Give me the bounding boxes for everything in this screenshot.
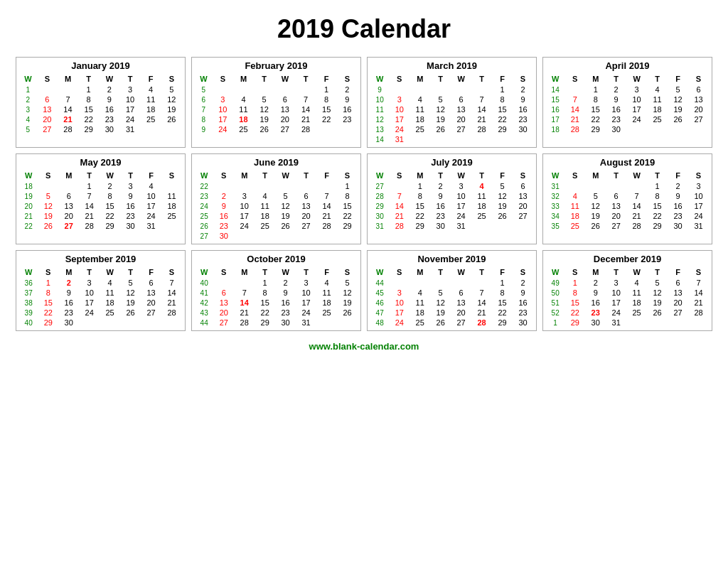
day-cell: 9 bbox=[585, 288, 606, 298]
day-cell: 11 bbox=[410, 104, 430, 114]
day-header: S bbox=[161, 170, 182, 181]
day-cell: 28 bbox=[471, 318, 492, 328]
day-cell: 15 bbox=[100, 201, 120, 211]
day-cell: 20 bbox=[58, 211, 79, 221]
day-cell: 9 bbox=[99, 94, 119, 104]
day-cell: 18 bbox=[647, 104, 668, 114]
week-number: 21 bbox=[19, 211, 38, 221]
day-cell: 15 bbox=[316, 104, 337, 114]
day-cell: 19 bbox=[668, 104, 688, 114]
day-cell: 5 bbox=[647, 278, 668, 288]
day-cell: 15 bbox=[585, 104, 606, 114]
week-number: 22 bbox=[19, 221, 38, 231]
day-cell: 28 bbox=[626, 221, 647, 231]
day-cell: 28 bbox=[295, 124, 316, 134]
week-number: 52 bbox=[546, 308, 564, 318]
day-cell: 18 bbox=[564, 211, 585, 221]
day-cell: 10 bbox=[389, 104, 410, 114]
day-cell: 29 bbox=[585, 124, 606, 134]
day-header: S bbox=[688, 73, 709, 85]
day-cell: 26 bbox=[668, 114, 688, 124]
day-cell: 17 bbox=[688, 201, 709, 211]
day-cell: 29 bbox=[492, 124, 513, 134]
month-block: May 2019WSMTWTFS181234195678910112012131… bbox=[16, 153, 186, 244]
day-cell: 7 bbox=[471, 94, 492, 104]
day-cell: 9 bbox=[606, 94, 626, 104]
day-header: M bbox=[585, 266, 606, 278]
day-cell: 5 bbox=[668, 85, 688, 94]
day-cell: 8 bbox=[337, 191, 358, 201]
day-header: F bbox=[316, 266, 337, 278]
day-header: M bbox=[58, 170, 79, 181]
day-cell bbox=[389, 181, 410, 191]
month-block: March 2019WSMTWTFS9121034567891110111213… bbox=[367, 57, 537, 148]
day-cell: 15 bbox=[337, 201, 358, 211]
day-cell bbox=[626, 318, 647, 328]
day-cell bbox=[213, 181, 234, 191]
day-cell: 20 bbox=[513, 201, 533, 211]
day-cell: 5 bbox=[254, 94, 274, 104]
day-cell: 5 bbox=[492, 181, 513, 191]
day-cell: 31 bbox=[389, 134, 410, 144]
day-cell: 21 bbox=[471, 308, 492, 318]
week-number: 12 bbox=[370, 114, 389, 124]
day-cell: 15 bbox=[647, 201, 668, 211]
day-cell: 16 bbox=[430, 201, 451, 211]
day-cell: 18 bbox=[255, 211, 275, 221]
day-cell: 10 bbox=[234, 201, 255, 211]
day-cell: 4 bbox=[410, 94, 430, 104]
day-cell: 23 bbox=[668, 211, 688, 221]
day-cell: 23 bbox=[120, 211, 141, 221]
week-number: 14 bbox=[546, 85, 564, 94]
day-cell: 3 bbox=[688, 181, 709, 191]
day-cell: 4 bbox=[410, 288, 430, 298]
day-header: S bbox=[564, 266, 585, 278]
day-header: W bbox=[546, 73, 564, 85]
day-cell bbox=[234, 231, 255, 241]
week-number: 50 bbox=[546, 288, 564, 298]
day-cell: 3 bbox=[119, 85, 140, 94]
day-cell: 10 bbox=[451, 191, 471, 201]
week-number: 43 bbox=[195, 308, 213, 318]
week-number: 29 bbox=[370, 201, 389, 211]
day-cell: 26 bbox=[585, 221, 606, 231]
day-header: T bbox=[471, 170, 492, 181]
day-cell: 2 bbox=[275, 278, 296, 288]
day-cell: 4 bbox=[141, 85, 161, 94]
day-cell: 1 bbox=[410, 181, 430, 191]
day-cell: 18 bbox=[316, 298, 337, 308]
day-cell: 20 bbox=[688, 104, 709, 114]
day-cell: 10 bbox=[119, 94, 140, 104]
day-cell: 27 bbox=[606, 221, 626, 231]
week-number: 32 bbox=[546, 191, 564, 201]
day-cell: 8 bbox=[410, 191, 430, 201]
day-header: F bbox=[141, 73, 161, 85]
day-cell bbox=[79, 318, 100, 328]
day-cell: 21 bbox=[471, 114, 492, 124]
day-cell: 12 bbox=[585, 201, 606, 211]
day-header: T bbox=[430, 73, 451, 85]
day-cell bbox=[37, 85, 58, 94]
week-number: 19 bbox=[19, 191, 38, 201]
week-number: 3 bbox=[19, 104, 37, 114]
day-cell: 27 bbox=[141, 308, 161, 318]
day-cell: 25 bbox=[141, 114, 161, 124]
day-cell: 26 bbox=[430, 318, 451, 328]
week-number: 45 bbox=[370, 288, 389, 298]
day-header: W bbox=[451, 266, 471, 278]
day-header: S bbox=[161, 266, 182, 278]
day-cell: 29 bbox=[38, 318, 58, 328]
day-cell: 27 bbox=[668, 308, 688, 318]
day-cell: 29 bbox=[564, 318, 585, 328]
day-cell: 4 bbox=[233, 94, 254, 104]
day-cell bbox=[451, 134, 471, 144]
footer-link[interactable]: www.blank-calendar.com bbox=[309, 341, 419, 352]
day-cell: 24 bbox=[234, 221, 255, 231]
day-cell bbox=[471, 221, 492, 231]
day-header: M bbox=[233, 73, 254, 85]
day-cell: 24 bbox=[213, 124, 233, 134]
day-cell: 22 bbox=[564, 308, 585, 318]
week-number: 44 bbox=[195, 318, 213, 328]
week-number: 11 bbox=[370, 104, 389, 114]
month-title: November 2019 bbox=[370, 254, 533, 264]
